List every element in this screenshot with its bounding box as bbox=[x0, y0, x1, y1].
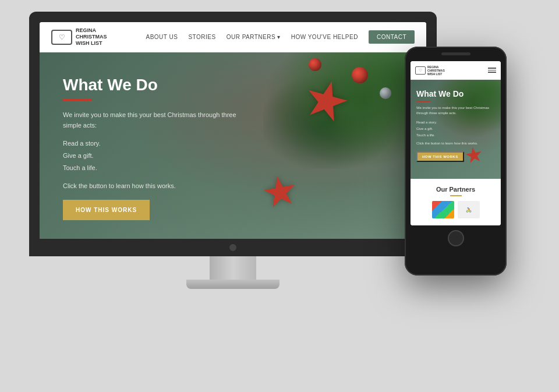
partner-logo-2: 🚴 bbox=[458, 201, 480, 218]
hero-cta-note: Click the button to learn how this works… bbox=[63, 182, 238, 189]
scene: ♡ REGINA CHRISTMAS WISH LIST ABOUT US ST… bbox=[0, 0, 559, 392]
hero-description: We invite you to make this your best Chr… bbox=[63, 110, 238, 130]
hero-list: Read a story. Give a gift. Touch a life. bbox=[63, 137, 238, 174]
phone-logo-icon: ♡ bbox=[415, 66, 426, 75]
logo-area: ♡ REGINA CHRISTMAS WISH LIST bbox=[51, 27, 107, 46]
monitor-power-dot bbox=[229, 244, 236, 251]
monitor-screen: ♡ REGINA CHRISTMAS WISH LIST ABOUT US ST… bbox=[40, 22, 426, 239]
phone-home-button[interactable] bbox=[448, 230, 464, 246]
phone-screen: ♡ REGINA CHRISTMAS WISH LIST bbox=[411, 61, 501, 225]
desktop-monitor: ♡ REGINA CHRISTMAS WISH LIST ABOUT US ST… bbox=[29, 12, 437, 289]
monitor-stand-base bbox=[186, 280, 280, 289]
logo-text: REGINA CHRISTMAS WISH LIST bbox=[76, 27, 107, 46]
phone-hero-list: Read a story. Give a gift. Touch a life. bbox=[416, 119, 495, 138]
hero-content: What We Do We invite you to make this yo… bbox=[40, 52, 261, 239]
phone-list-item-1: Read a story. bbox=[416, 119, 495, 126]
phone-hero-section: ★ What We Do We invite you to make this … bbox=[411, 80, 501, 179]
nav-stories[interactable]: STORIES bbox=[188, 34, 215, 40]
phone-speaker bbox=[441, 52, 470, 55]
phone-list-item-3: Touch a life. bbox=[416, 132, 495, 139]
mobile-phone: ♡ REGINA CHRISTMAS WISH LIST bbox=[405, 47, 507, 276]
phone-partners-section: Our Partners 🚴 bbox=[411, 179, 501, 225]
monitor-bezel: ♡ REGINA CHRISTMAS WISH LIST ABOUT US ST… bbox=[29, 12, 437, 256]
monitor-stand-neck bbox=[210, 256, 256, 280]
nav-helped[interactable]: HOW YOU'VE HELPED bbox=[291, 34, 358, 40]
how-this-works-button[interactable]: HOW THIS WORKS bbox=[63, 200, 150, 220]
hero-title: What We Do bbox=[63, 76, 238, 94]
nav-links: ABOUT US STORIES OUR PARTNERS HOW YOU'VE… bbox=[146, 30, 415, 44]
site-nav: ♡ REGINA CHRISTMAS WISH LIST ABOUT US ST… bbox=[40, 22, 426, 52]
hero-section: ★ ★ What We Do We invite you to make thi… bbox=[40, 52, 426, 239]
hamburger-menu-icon[interactable] bbox=[488, 68, 496, 73]
monitor-bottom-bezel bbox=[40, 239, 426, 256]
phone-partners-logos: 🚴 bbox=[416, 201, 495, 218]
phone-nav: ♡ REGINA CHRISTMAS WISH LIST bbox=[411, 61, 501, 80]
hero-list-item-1: Read a story. bbox=[63, 137, 238, 150]
nav-about[interactable]: ABOUT US bbox=[146, 34, 178, 40]
phone-hero-underline bbox=[416, 101, 431, 102]
partner-logo-1 bbox=[432, 201, 454, 218]
logo-icon: ♡ bbox=[51, 30, 72, 45]
phone-logo-area: ♡ REGINA CHRISTMAS WISH LIST bbox=[415, 65, 445, 76]
hero-list-item-3: Touch a life. bbox=[63, 162, 238, 174]
hero-title-underline bbox=[63, 99, 92, 101]
phone-hero-content: What We Do We invite you to make this yo… bbox=[411, 80, 501, 171]
phone-partners-underline bbox=[450, 195, 462, 196]
phone-list-item-2: Give a gift. bbox=[416, 126, 495, 132]
phone-how-this-works-button[interactable]: HOW THIS WORKS bbox=[416, 151, 464, 162]
phone-partners-title: Our Partners bbox=[416, 186, 495, 193]
phone-cta-note: Click the button to learn how this works… bbox=[416, 142, 495, 145]
phone-logo-text: REGINA CHRISTMAS WISH LIST bbox=[427, 65, 445, 76]
phone-hero-description: We invite you to make this your best Chr… bbox=[416, 105, 495, 116]
hero-list-item-2: Give a gift. bbox=[63, 150, 238, 162]
nav-contact-button[interactable]: CONTACT bbox=[369, 30, 415, 44]
phone-bezel: ♡ REGINA CHRISTMAS WISH LIST bbox=[405, 47, 507, 276]
nav-partners[interactable]: OUR PARTNERS bbox=[227, 34, 281, 40]
phone-hero-title: What We Do bbox=[416, 89, 495, 98]
